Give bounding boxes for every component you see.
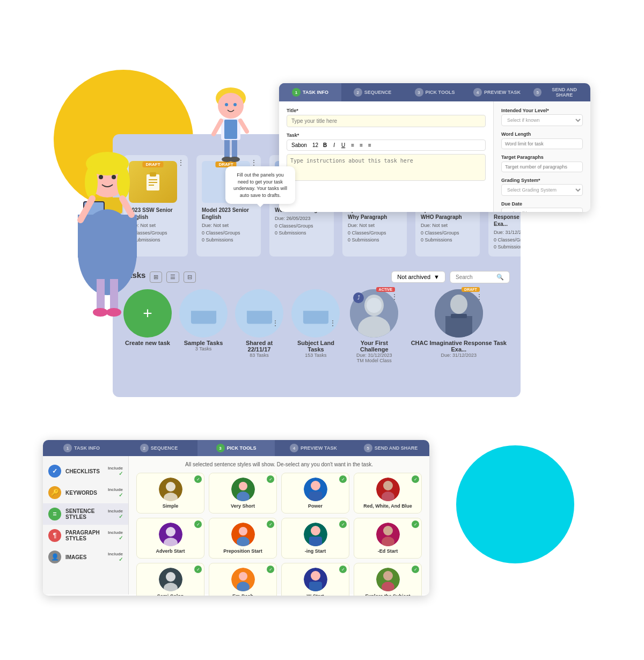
sentence-tile-label-11: Explore the Subject: [357, 593, 418, 596]
shared-tasks-label: Shared at 22/11/17: [235, 340, 283, 353]
wizard-step-2[interactable]: 2 SEQUENCE: [341, 83, 404, 101]
font-select[interactable]: Sabon: [291, 142, 307, 148]
search-bar[interactable]: 🔍: [450, 271, 510, 283]
card-menu-1[interactable]: ⋮: [177, 158, 185, 167]
word-length-input[interactable]: [501, 138, 583, 149]
sentence-avatar-3: [376, 478, 400, 501]
sidebar-item-images[interactable]: 👤 IMAGES Include✓: [43, 546, 128, 568]
title-input[interactable]: [287, 115, 486, 127]
sentence-tile-4[interactable]: ✓ Adverb Start: [136, 518, 204, 559]
grading-select[interactable]: Select Grading System: [501, 184, 583, 196]
first-challenge-label: Your First Challenge: [348, 340, 400, 353]
task-textarea[interactable]: [287, 154, 486, 181]
bwz-step-1[interactable]: 1 TASK INFO: [43, 440, 120, 456]
bwz-num-4: 4: [290, 444, 298, 452]
svg-point-2: [85, 166, 98, 199]
tile-check-4: ✓: [194, 520, 202, 528]
tile-check-10: ✓: [339, 566, 347, 573]
sentence-avatar-0: [159, 478, 182, 501]
sentence-tile-7[interactable]: ✓ -Ed Start: [354, 518, 422, 559]
paragraph-styles-check: ✓: [119, 535, 123, 541]
tile-check-5: ✓: [267, 520, 274, 528]
underline-btn[interactable]: U: [340, 142, 347, 148]
sidebar-item-checklists[interactable]: ✓ CHECKLISTS Include✓: [43, 460, 128, 482]
sentence-tile-3[interactable]: ✓ Red, White, And Blue: [354, 473, 422, 514]
svg-point-5: [112, 175, 116, 179]
bottom-wizard-panel: 1 TASK INFO 2 SEQUENCE 3 PICK TOOLS 4 PR…: [43, 440, 429, 596]
sentence-tile-11[interactable]: ✓ Explore the Subject: [354, 563, 422, 596]
wizard-steps-bar: 1 TASK INFO 2 SEQUENCE 3 PICK TOOLS 4 PR…: [279, 83, 590, 101]
view-detail-btn[interactable]: ⊟: [184, 272, 196, 283]
grading-label: Grading System*: [501, 178, 583, 183]
bwz-label-3: PICK TOOLS: [227, 445, 257, 451]
word-length-label: Word Length: [501, 131, 583, 137]
tile-check-3: ✓: [412, 475, 419, 483]
svg-point-18: [233, 103, 237, 106]
bwz-step-5[interactable]: 5 SEND AND SHARE: [352, 440, 429, 456]
due-date-select[interactable]: Select if known: [501, 208, 583, 212]
sentence-tile-label-3: Red, White, And Blue: [357, 503, 418, 509]
bold-btn[interactable]: B: [321, 142, 328, 148]
sample-tasks-tile[interactable]: [179, 289, 228, 338]
subject-land-label: Subject Land Tasks: [291, 340, 341, 353]
align-left-btn[interactable]: ≡: [350, 142, 355, 148]
shared-tasks-menu[interactable]: ⋮: [272, 319, 279, 327]
share-icon[interactable]: ⤴: [353, 292, 364, 303]
sentence-tile-1[interactable]: ✓ Very Short: [209, 473, 277, 514]
subject-land-menu[interactable]: ⋮: [329, 319, 336, 327]
archive-dropdown[interactable]: Not archived ▼: [391, 271, 445, 283]
italic-btn[interactable]: I: [332, 142, 336, 148]
checklists-label: CHECKLISTS: [65, 468, 100, 474]
shared-tasks-tile[interactable]: [235, 289, 283, 338]
bwz-step-2[interactable]: 2 SEQUENCE: [120, 440, 197, 456]
card-title-2: Model 2023 Senior English: [202, 207, 255, 221]
tile-check-11: ✓: [412, 566, 419, 573]
svg-point-35: [450, 295, 467, 314]
sentence-avatar-6: [304, 523, 327, 546]
card-detail-4: Due: Not set0 Classes/Groups0 Submission…: [348, 222, 401, 244]
chac-menu[interactable]: ⋮: [475, 292, 483, 339]
align-center-btn[interactable]: ≡: [358, 142, 364, 148]
sidebar-item-paragraph-styles[interactable]: ¶ PARAGRAPH STYLES Include✓: [43, 525, 128, 546]
step-label-4: PREVIEW TASK: [484, 90, 521, 95]
sentence-avatar-2: [304, 478, 327, 501]
sentence-avatar-11: [376, 568, 400, 591]
sentence-tile-5[interactable]: ✓ Preposition Start: [209, 518, 277, 559]
step-num-1: 1: [292, 88, 301, 97]
archive-label: Not archived: [397, 274, 430, 280]
sample-tasks-sublabel: 3 Tasks: [195, 346, 211, 351]
tile-check-2: ✓: [339, 475, 347, 483]
sidebar-item-keywords[interactable]: 🔑 KEYWORDS Include✓: [43, 482, 128, 503]
task-tiles-grid: + Create new task Sample Tasks 3 Tasks: [123, 289, 510, 363]
subject-land-tile[interactable]: [291, 289, 340, 338]
bwz-step-3[interactable]: 3 PICK TOOLS: [197, 440, 275, 456]
wizard-step-1[interactable]: 1 TASK INFO: [279, 83, 341, 101]
font-size[interactable]: 12: [312, 142, 318, 148]
sentence-tile-6[interactable]: ✓ -ing Start: [281, 518, 349, 559]
svg-point-17: [225, 103, 228, 106]
sentence-tile-10[interactable]: ✓ W-Start: [281, 563, 349, 596]
align-right-btn[interactable]: ≡: [367, 142, 372, 148]
wizard-step-5[interactable]: 5 SEND AND SHARE: [528, 83, 590, 101]
target-para-input[interactable]: [501, 162, 583, 172]
sentence-tile-9[interactable]: ✓ Em-Dash: [209, 563, 277, 596]
sentence-tile-label-4: Adverb Start: [140, 548, 201, 554]
bwz-step-4[interactable]: 4 PREVIEW TASK: [275, 440, 352, 456]
svg-rect-12: [110, 279, 118, 311]
search-input[interactable]: [456, 274, 493, 280]
wizard-step-4[interactable]: 4 PREVIEW TASK: [466, 83, 528, 101]
sentence-styles-label: SENTENCE STYLES: [65, 508, 104, 520]
first-challenge-menu[interactable]: ⋮: [391, 292, 398, 339]
sentence-avatar-8: [159, 568, 182, 591]
svg-rect-37: [451, 314, 467, 318]
sentence-tile-0[interactable]: ✓ Simple: [136, 473, 204, 514]
sidebar-item-sentence-styles[interactable]: = SENTENCE STYLES Include✓: [43, 503, 128, 525]
sentence-tile-2[interactable]: ✓ Power: [281, 473, 349, 514]
keywords-check: ✓: [119, 492, 123, 498]
speech-bubble-text: Fill out the panels you need to get your…: [233, 172, 287, 198]
wizard-step-3[interactable]: 3 PICK TOOLS: [404, 83, 466, 101]
svg-point-3: [117, 166, 130, 199]
bwz-num-3: 3: [216, 444, 225, 452]
intended-level-select[interactable]: Select if known: [501, 114, 583, 126]
sentence-tile-8[interactable]: ✓ Semi Colon: [136, 563, 204, 596]
